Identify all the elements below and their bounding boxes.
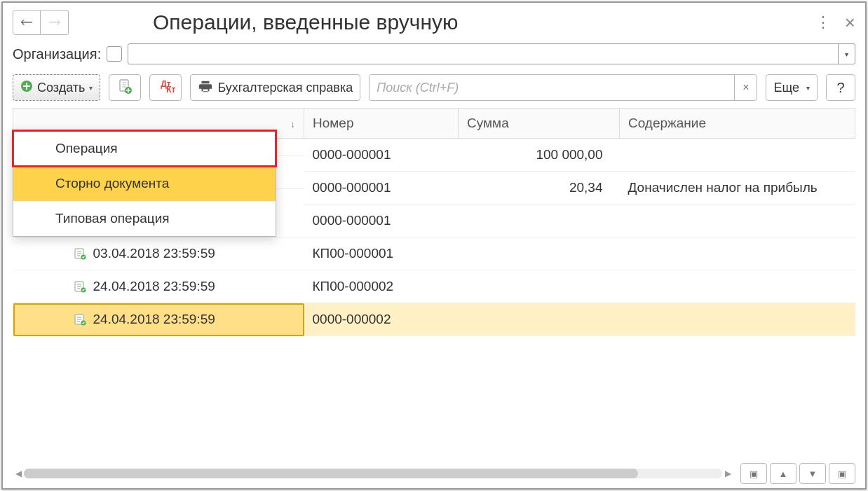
title-actions: ⋮ ×: [815, 12, 855, 34]
cell-date[interactable]: 03.04.2018 23:59:59: [13, 237, 304, 270]
more-button[interactable]: Еще ▾: [766, 74, 818, 101]
cell-number[interactable]: 0000-000001: [304, 205, 459, 237]
scroll-right-icon[interactable]: ▶: [722, 469, 733, 478]
table-row[interactable]: 24.04.2018 23:59:59КП00-000002: [13, 270, 855, 303]
date-value: 03.04.2018 23:59:59: [93, 246, 215, 261]
date-value: 24.04.2018 23:59:59: [93, 279, 215, 294]
document-icon: [74, 247, 86, 260]
document-icon: [74, 280, 86, 293]
cell-content[interactable]: [620, 270, 855, 303]
nav-up-button[interactable]: ▲: [770, 463, 796, 484]
more-label: Еще: [773, 81, 799, 95]
create-menu-item[interactable]: Операция: [13, 131, 276, 166]
org-filter-row: Организация: ▾: [3, 42, 865, 71]
create-menu-item[interactable]: Сторно документа: [13, 166, 276, 201]
help-label: ?: [836, 80, 844, 96]
printer-icon: [198, 78, 213, 97]
cell-number[interactable]: 0000-000002: [304, 303, 459, 336]
cell-number[interactable]: 0000-000001: [304, 172, 459, 205]
cell-number[interactable]: КП00-000001: [304, 237, 459, 270]
create-label: Создать: [37, 81, 85, 95]
org-label: Организация:: [13, 46, 101, 62]
cell-content[interactable]: [620, 237, 855, 270]
cell-sum[interactable]: [459, 237, 620, 270]
cell-content[interactable]: [620, 205, 855, 237]
kebab-menu-icon[interactable]: ⋮: [815, 13, 829, 32]
cell-content[interactable]: [620, 139, 855, 172]
arrow-left-icon: 🡐: [20, 15, 33, 30]
cell-sum[interactable]: [459, 205, 620, 237]
col-number[interactable]: Номер: [304, 109, 459, 139]
horizontal-scrollbar[interactable]: ◀ ▶: [13, 467, 733, 480]
table-row[interactable]: 03.04.2018 23:59:59КП00-000001: [13, 237, 855, 270]
document-plus-icon: [117, 78, 133, 97]
cell-sum[interactable]: 20,34: [459, 172, 620, 205]
search-input[interactable]: [369, 81, 734, 95]
sort-asc-icon: ↓: [290, 118, 295, 130]
nav-buttons: 🡐 🡒: [13, 10, 69, 35]
org-dropdown-field[interactable]: [128, 44, 838, 64]
cell-content[interactable]: Доначислен налог на прибыль: [620, 172, 855, 205]
page-title: Операции, введенные вручную: [153, 11, 458, 34]
search-clear-button[interactable]: ×: [734, 75, 757, 100]
footer-bar: ◀ ▶ ▣ ▲ ▼ ▣: [13, 463, 855, 484]
create-dropdown-menu: ОперацияСторно документаТиповая операция: [13, 130, 276, 237]
record-nav-buttons: ▣ ▲ ▼ ▣: [740, 463, 855, 484]
print-reference-button[interactable]: Бухгалтерская справка: [190, 74, 360, 101]
dtkt-icon: ДтКт: [161, 81, 170, 95]
app-window: 🡐 🡒 Операции, введенные вручную ⋮ × Орга…: [1, 1, 867, 490]
help-button[interactable]: ?: [826, 74, 855, 101]
plus-circle-icon: [20, 80, 33, 96]
date-value: 24.04.2018 23:59:59: [93, 312, 215, 327]
title-bar: 🡐 🡒 Операции, введенные вручную ⋮ ×: [3, 3, 865, 42]
close-icon[interactable]: ×: [845, 12, 855, 34]
dropdown-arrow-icon[interactable]: ▾: [838, 44, 855, 64]
nav-last-button[interactable]: ▣: [829, 463, 855, 484]
cell-date[interactable]: 24.04.2018 23:59:59: [13, 303, 304, 336]
toolbar: Создать ▾ ДтКт Бухгалтерская справка × Е…: [3, 71, 865, 108]
col-content[interactable]: Содержание: [620, 109, 855, 139]
col-sum[interactable]: Сумма: [459, 109, 620, 139]
document-icon: [74, 313, 86, 326]
scroll-thumb[interactable]: [24, 469, 638, 478]
arrow-right-icon: 🡒: [48, 15, 61, 30]
cell-number[interactable]: 0000-000001: [304, 139, 459, 172]
cell-number[interactable]: КП00-000002: [304, 270, 459, 303]
scroll-left-icon[interactable]: ◀: [13, 469, 24, 478]
cell-sum[interactable]: [459, 303, 620, 336]
cell-date[interactable]: 24.04.2018 23:59:59: [13, 270, 304, 303]
scroll-track[interactable]: [24, 469, 722, 478]
cell-sum[interactable]: 100 000,00: [459, 139, 620, 172]
nav-forward-button[interactable]: 🡒: [41, 10, 69, 35]
add-doc-button[interactable]: [109, 74, 141, 101]
create-menu-item[interactable]: Типовая операция: [13, 201, 276, 236]
org-checkbox[interactable]: [107, 46, 122, 62]
cell-sum[interactable]: [459, 270, 620, 303]
dtkt-button[interactable]: ДтКт: [149, 74, 182, 101]
nav-back-button[interactable]: 🡐: [13, 10, 41, 35]
cell-content[interactable]: [620, 303, 855, 336]
create-button[interactable]: Создать ▾: [13, 74, 100, 101]
search-box: ×: [369, 74, 757, 101]
print-label: Бухгалтерская справка: [217, 81, 353, 95]
table-row[interactable]: 24.04.2018 23:59:590000-000002: [13, 303, 855, 336]
nav-down-button[interactable]: ▼: [799, 463, 826, 484]
chevron-down-icon: ▾: [806, 84, 810, 92]
org-dropdown[interactable]: ▾: [128, 43, 855, 64]
nav-first-button[interactable]: ▣: [740, 463, 767, 484]
chevron-down-icon: ▾: [89, 84, 93, 92]
